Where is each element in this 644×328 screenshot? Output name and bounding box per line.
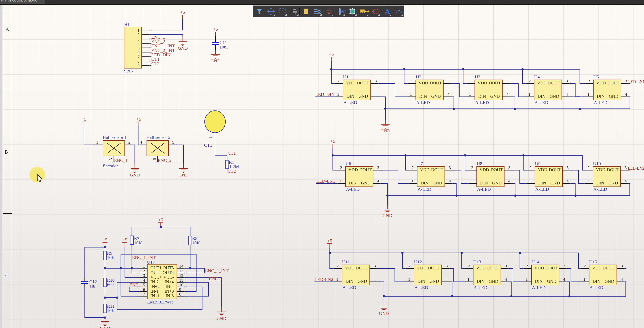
svg-text:ENC_1: ENC_1 [151, 35, 165, 39]
svg-text:VDD: VDD [476, 266, 486, 270]
svg-text:DIN: DIN [346, 94, 354, 99]
svg-text:8: 8 [179, 292, 181, 297]
svg-text:DOUT: DOUT [431, 167, 443, 172]
svg-text:DOUT: DOUT [428, 266, 440, 270]
svg-text:4: 4 [624, 178, 627, 183]
svg-text:GND: GND [490, 94, 500, 99]
svg-text:ary encoder.SchDoc: ary encoder.SchDoc [1, 0, 37, 2]
svg-text:U12: U12 [414, 259, 422, 264]
svg-text:+5: +5 [330, 139, 335, 144]
svg-text:4: 4 [505, 277, 507, 282]
svg-text:10: 10 [179, 282, 183, 287]
svg-text:2: 2 [340, 165, 342, 170]
svg-text:13: 13 [179, 269, 183, 273]
svg-text:9PIN: 9PIN [124, 68, 134, 73]
svg-text:1: 1 [467, 277, 470, 282]
svg-text:1: 1 [587, 178, 589, 183]
svg-text:4: 4 [447, 92, 450, 97]
svg-text:2: 2 [588, 79, 590, 83]
svg-text:2: 2 [410, 79, 412, 83]
svg-text:GND: GND [382, 213, 392, 218]
svg-text:GND: GND [358, 279, 367, 284]
svg-text:U8: U8 [477, 161, 482, 166]
svg-text:U11: U11 [342, 259, 350, 264]
svg-text:U2: U2 [416, 74, 421, 79]
svg-text:3: 3 [625, 79, 627, 83]
svg-text:10K: 10K [134, 240, 142, 245]
svg-text:U4: U4 [534, 74, 540, 79]
svg-text:LED_DIN: LED_DIN [151, 52, 170, 57]
svg-text:H1: H1 [124, 22, 130, 27]
svg-text:U13: U13 [473, 259, 481, 264]
svg-text:1: 1 [588, 92, 590, 97]
svg-text:DOUT: DOUT [607, 167, 619, 172]
svg-text:LED-LN2: LED-LN2 [628, 166, 644, 170]
svg-text:VDD: VDD [478, 81, 487, 85]
svg-text:1: 1 [469, 92, 471, 97]
svg-text:B: B [5, 150, 8, 155]
svg-text:VDD: VDD [420, 167, 430, 172]
svg-text:DIN: DIN [596, 181, 604, 185]
svg-text:LED-LN1: LED-LN1 [628, 79, 644, 84]
svg-text:DOUT: DOUT [356, 266, 368, 270]
svg-text:+5: +5 [102, 237, 108, 242]
svg-text:A-LED: A-LED [346, 187, 360, 192]
svg-text:2: 2 [143, 269, 145, 273]
svg-text:U7: U7 [417, 161, 423, 166]
svg-text:5: 5 [138, 45, 140, 50]
svg-text:VDD: VDD [592, 266, 602, 270]
svg-text:U5: U5 [593, 74, 599, 79]
svg-text:9: 9 [179, 287, 181, 292]
svg-text:Encoder1: Encoder1 [102, 163, 120, 168]
svg-text:2: 2 [469, 79, 471, 83]
svg-text:A-LED: A-LED [475, 100, 489, 105]
svg-text:OUT2: OUT2 [150, 270, 162, 275]
svg-text:4: 4 [566, 92, 568, 97]
svg-text:IN+3: IN+3 [164, 289, 174, 294]
svg-text:ENC_2_INT: ENC_2_INT [205, 268, 229, 273]
svg-text:DOUT: DOUT [546, 266, 558, 270]
svg-text:+5: +5 [136, 117, 141, 122]
svg-text:4: 4 [374, 277, 376, 282]
svg-text:DIN: DIN [478, 94, 486, 99]
svg-text:A-LED: A-LED [342, 285, 356, 290]
svg-text:IN-3: IN-3 [166, 293, 174, 298]
svg-text:3: 3 [563, 264, 565, 268]
svg-text:OUT3: OUT3 [162, 265, 174, 270]
svg-text:IN-4: IN-4 [166, 284, 174, 289]
svg-text:DOUT: DOUT [603, 266, 615, 270]
svg-text:3: 3 [624, 165, 627, 170]
svg-text:CT2: CT2 [151, 61, 160, 66]
svg-text:DOUT: DOUT [548, 81, 560, 85]
svg-text:GND: GND [178, 46, 188, 51]
svg-text:U10: U10 [593, 161, 601, 166]
svg-text:2: 2 [338, 79, 340, 83]
svg-text:4: 4 [449, 178, 451, 183]
svg-text:A-LED: A-LED [532, 285, 546, 290]
svg-text:1: 1 [337, 92, 339, 97]
svg-text:3: 3 [138, 37, 140, 41]
svg-text:4: 4 [377, 178, 379, 183]
svg-text:3: 3 [506, 79, 508, 83]
svg-text:2: 2 [471, 165, 473, 170]
svg-text:3: 3 [375, 79, 377, 83]
svg-text:OUT1: OUT1 [150, 265, 162, 270]
svg-text:5: 5 [172, 140, 174, 145]
svg-text:VDD: VDD [534, 266, 544, 270]
svg-text:GND: GND [210, 58, 220, 63]
svg-text:DOUT: DOUT [430, 81, 442, 85]
svg-text:DIN: DIN [480, 181, 488, 185]
svg-text:VDD: VDD [538, 167, 547, 172]
svg-text:1: 1 [529, 178, 531, 183]
svg-text:Hall sensor 2: Hall sensor 2 [146, 135, 170, 140]
svg-text:ENC_1: ENC_1 [130, 282, 143, 287]
svg-text:1: 1 [528, 92, 530, 97]
svg-text:DOUT: DOUT [360, 167, 372, 172]
svg-text:VCC-: VCC- [163, 275, 174, 280]
svg-text:DOUT: DOUT [487, 266, 499, 270]
svg-text:604: 604 [107, 282, 114, 287]
svg-text:ENC_1_INT: ENC_1_INT [151, 43, 175, 48]
svg-text:CT1: CT1 [204, 143, 212, 148]
svg-text:A-LED: A-LED [414, 285, 428, 290]
svg-text:+5: +5 [82, 117, 86, 122]
